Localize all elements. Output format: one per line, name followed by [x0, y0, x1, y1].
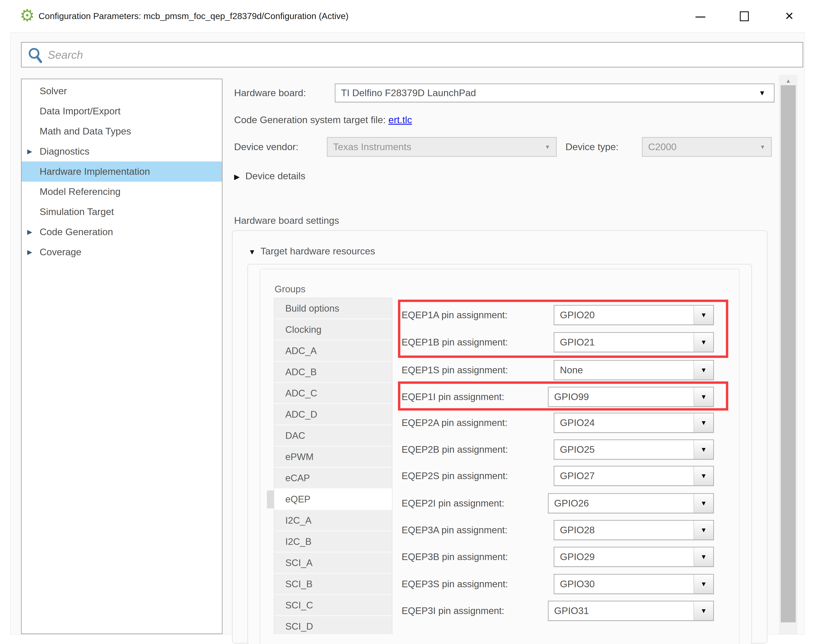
search-input[interactable]: [48, 43, 793, 66]
eqep1i-pin-value: GPIO99: [554, 388, 589, 406]
search-box: [21, 42, 803, 67]
minimize-button[interactable]: [689, 5, 712, 27]
group-item-sci-c[interactable]: SCI_C: [274, 595, 392, 615]
device-type-label: Device type:: [565, 137, 619, 157]
device-vendor-value: Texas Instruments: [333, 138, 411, 156]
eqep3a-pin-dropdown[interactable]: GPIO28 ▼: [554, 520, 714, 540]
triangle-right-icon[interactable]: ▶: [27, 222, 32, 242]
sidebar-item-data-import-export[interactable]: Data Import/Export: [21, 101, 222, 121]
sidebar-item-label: Coverage: [40, 242, 81, 262]
search-icon: [28, 48, 43, 64]
eqep2b-pin-value: GPIO25: [560, 440, 595, 459]
vertical-scrollbar[interactable]: ▲: [779, 75, 797, 634]
eqep2a-pin-label: EQEP2A pin assignment:: [402, 413, 507, 433]
device-vendor-dropdown: Texas Instruments ▼: [327, 137, 557, 157]
sidebar-item-hardware-implementation[interactable]: Hardware Implementation: [21, 161, 222, 182]
sidebar-item-math-and-data-types[interactable]: Math and Data Types: [21, 121, 222, 141]
scrollbar-thumb[interactable]: [781, 85, 796, 623]
eqep3i-pin-label: EQEP3I pin assignment:: [402, 601, 504, 621]
eqep3b-pin-dropdown[interactable]: GPIO29 ▼: [554, 547, 714, 567]
eqep2i-pin-dropdown[interactable]: GPIO26 ▼: [548, 493, 714, 514]
group-item-dac[interactable]: DAC: [274, 425, 392, 446]
eqep3s-pin-dropdown[interactable]: GPIO30 ▼: [554, 574, 714, 594]
group-item-sci-a[interactable]: SCI_A: [274, 552, 392, 573]
sidebar-item-model-referencing[interactable]: Model Referencing: [21, 182, 222, 202]
device-type-dropdown: C2000 ▼: [642, 137, 772, 157]
sidebar-item-coverage[interactable]: ▶Coverage: [21, 242, 222, 262]
group-item-adc-b[interactable]: ADC_B: [274, 362, 392, 382]
dropdown-arrow-icon: ▼: [694, 547, 713, 566]
group-item-i2c-b[interactable]: I2C_B: [274, 531, 392, 552]
hardware-board-dropdown[interactable]: TI Delfino F28379D LaunchPad ▼: [335, 84, 775, 103]
dropdown-arrow-icon: ▼: [694, 494, 713, 513]
eqep2a-pin-dropdown[interactable]: GPIO24 ▼: [554, 413, 714, 433]
eqep1a-pin-label: EQEP1A pin assignment:: [402, 305, 507, 325]
sidebar-item-label: Simulation Target: [40, 202, 114, 222]
dropdown-arrow-icon: ▼: [694, 388, 713, 406]
dropdown-arrow-icon: ▼: [694, 440, 713, 459]
sidebar-item-diagnostics[interactable]: ▶Diagnostics: [21, 141, 222, 161]
sidebar-item-label: Hardware Implementation: [40, 161, 150, 182]
eqep1a-pin-value: GPIO20: [560, 306, 595, 325]
triangle-right-icon[interactable]: ▶: [27, 141, 32, 161]
group-item-clocking[interactable]: Clocking: [274, 319, 392, 340]
group-item-adc-a[interactable]: ADC_A: [274, 340, 392, 361]
sidebar-item-label: Data Import/Export: [40, 101, 121, 121]
dropdown-arrow-icon: ▼: [694, 521, 713, 540]
group-item-sci-b[interactable]: SCI_B: [274, 574, 392, 594]
code-generation-row: Code Generation system target file: ert.…: [234, 110, 412, 130]
eqep1i-pin-dropdown[interactable]: GPIO99 ▼: [548, 387, 714, 407]
eqep2b-pin-label: EQEP2B pin assignment:: [402, 440, 508, 460]
close-icon: ✕: [778, 5, 801, 27]
eqep1b-pin-dropdown[interactable]: GPIO21 ▼: [554, 332, 714, 352]
eqep1i-pin-label: EQEP1I pin assignment:: [402, 387, 504, 407]
group-item-adc-d[interactable]: ADC_D: [274, 404, 392, 425]
eqep1s-pin-dropdown[interactable]: None ▼: [554, 360, 714, 380]
group-item-epwm[interactable]: ePWM: [274, 446, 392, 467]
sidebar-item-solver[interactable]: Solver: [21, 81, 222, 101]
eqep3i-pin-value: GPIO31: [554, 601, 589, 620]
group-item-adc-c[interactable]: ADC_C: [274, 383, 392, 403]
simulink-gear-icon: ⚙: [20, 5, 35, 26]
code-generation-label: Code Generation system target file:: [234, 114, 386, 125]
group-item-ecap[interactable]: eCAP: [274, 468, 392, 488]
dropdown-arrow-icon: ▼: [694, 361, 713, 380]
maximize-button[interactable]: [732, 5, 756, 27]
triangle-right-icon[interactable]: ▶: [27, 242, 32, 262]
eqep2i-pin-label: EQEP2I pin assignment:: [402, 493, 504, 514]
eqep3i-pin-dropdown[interactable]: GPIO31 ▼: [548, 601, 714, 621]
eqep2s-pin-value: GPIO27: [560, 466, 595, 485]
dropdown-arrow-icon: ▼: [539, 138, 556, 156]
dropdown-arrow-icon: ▼: [750, 84, 774, 102]
maximize-icon: [740, 11, 749, 21]
group-item-i2c-a[interactable]: I2C_A: [274, 510, 392, 531]
dropdown-arrow-icon: ▼: [694, 333, 713, 352]
sidebar-item-simulation-target[interactable]: Simulation Target: [21, 202, 222, 222]
eqep1b-pin-label: EQEP1B pin assignment:: [402, 332, 508, 352]
group-item-sci-d[interactable]: SCI_D: [274, 616, 392, 634]
dropdown-arrow-icon: ▼: [694, 466, 713, 485]
target-hardware-resources-label: Target hardware resources: [261, 246, 375, 256]
group-item-eqep[interactable]: eQEP: [274, 489, 392, 509]
eqep1a-pin-dropdown[interactable]: GPIO20 ▼: [554, 305, 714, 325]
eqep3a-pin-value: GPIO28: [560, 521, 595, 540]
ert-tlc-link[interactable]: ert.tlc: [388, 114, 412, 125]
close-button[interactable]: ✕: [778, 5, 801, 27]
sidebar-item-code-generation[interactable]: ▶Code Generation: [21, 222, 222, 242]
dropdown-arrow-icon: ▼: [754, 138, 771, 156]
triangle-up-icon[interactable]: ▲: [779, 76, 797, 86]
device-type-value: C2000: [648, 138, 677, 156]
dropdown-arrow-icon: ▼: [694, 601, 713, 620]
hardware-board-label: Hardware board:: [234, 84, 306, 103]
device-details-toggle[interactable]: ▶ Device details: [234, 167, 305, 186]
eqep3a-pin-label: EQEP3A pin assignment:: [402, 520, 507, 540]
device-details-label: Device details: [246, 170, 305, 181]
eqep2b-pin-dropdown[interactable]: GPIO25 ▼: [554, 440, 714, 460]
triangle-right-icon: ▶: [234, 173, 240, 181]
eqep2a-pin-value: GPIO24: [560, 413, 595, 432]
target-hardware-resources-toggle[interactable]: ▼ Target hardware resources: [249, 242, 375, 261]
triangle-down-icon: ▼: [249, 248, 256, 256]
eqep2s-pin-dropdown[interactable]: GPIO27 ▼: [554, 466, 714, 486]
eqep1s-pin-value: None: [560, 361, 583, 380]
group-item-build-options[interactable]: Build options: [274, 298, 392, 319]
